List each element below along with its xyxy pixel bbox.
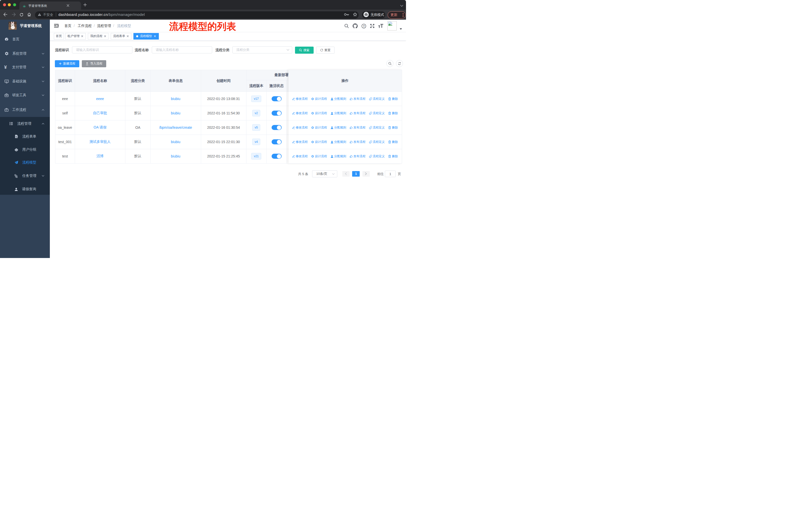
svg-text:?: ?: [363, 24, 365, 27]
